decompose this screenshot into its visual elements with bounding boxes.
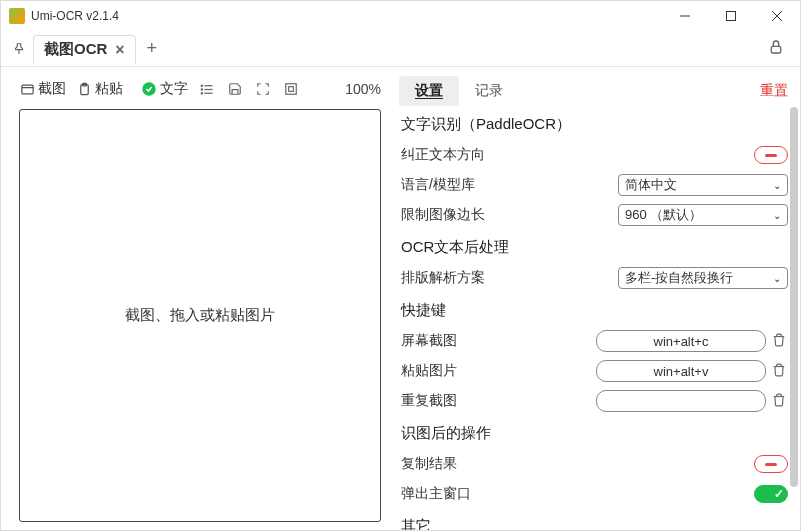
label-hk-repeat: 重复截图 (401, 392, 457, 410)
minimize-button[interactable] (662, 1, 708, 31)
svg-point-13 (201, 88, 202, 89)
screenshot-label: 截图 (38, 80, 66, 98)
svg-rect-15 (286, 84, 297, 95)
image-dropzone[interactable]: 截图、拖入或粘贴图片 (19, 109, 381, 522)
select-limit-value: 960 （默认） (625, 206, 702, 224)
select-layout[interactable]: 多栏-按自然段换行⌄ (618, 267, 788, 289)
dropzone-text: 截图、拖入或粘贴图片 (125, 306, 275, 325)
title-bar: Umi-OCR v2.1.4 (1, 1, 800, 31)
tab-records[interactable]: 记录 (459, 76, 519, 106)
zoom-level[interactable]: 100% (345, 81, 381, 97)
section-other: 其它 (399, 509, 788, 531)
lock-icon[interactable] (768, 39, 792, 58)
hotkey-paste[interactable]: win+alt+v (596, 360, 766, 382)
svg-point-12 (201, 85, 202, 86)
window-title: Umi-OCR v2.1.4 (31, 9, 119, 23)
select-limit[interactable]: 960 （默认）⌄ (618, 204, 788, 226)
label-orientation: 纠正文本方向 (401, 146, 485, 164)
left-panel: 截图 粘贴 文字 100% 截图、拖入或粘贴图片 (1, 67, 391, 531)
right-panel: 设置 记录 重置 文字识别（PaddleOCR） 纠正文本方向 语言/模型库 简… (391, 67, 800, 531)
label-hk-screen: 屏幕截图 (401, 332, 457, 350)
screenshot-button[interactable]: 截图 (19, 80, 66, 98)
label-popup: 弹出主窗口 (401, 485, 471, 503)
tab-bar: 截图OCR × + (1, 31, 800, 67)
paste-icon (76, 81, 92, 97)
svg-rect-5 (21, 85, 32, 94)
label-layout: 排版解析方案 (401, 269, 485, 287)
svg-rect-4 (771, 46, 780, 53)
left-toolbar: 截图 粘贴 文字 100% (19, 75, 381, 103)
add-tab-button[interactable]: + (140, 37, 164, 61)
settings-tabs: 设置 记录 重置 (399, 75, 788, 107)
check-icon (141, 81, 157, 97)
toggle-orientation[interactable] (754, 146, 788, 164)
toggle-copy[interactable] (754, 455, 788, 473)
paste-label: 粘贴 (95, 80, 123, 98)
paste-button[interactable]: 粘贴 (76, 80, 123, 98)
chevron-down-icon: ⌄ (773, 210, 781, 221)
section-post: OCR文本后处理 (399, 230, 788, 263)
hotkey-screenshot[interactable]: win+alt+c (596, 330, 766, 352)
svg-point-14 (201, 92, 202, 93)
tab-settings[interactable]: 设置 (399, 76, 459, 106)
trash-icon[interactable] (772, 333, 788, 349)
chevron-down-icon: ⌄ (773, 273, 781, 284)
select-language[interactable]: 简体中文⌄ (618, 174, 788, 196)
label-hk-paste: 粘贴图片 (401, 362, 457, 380)
maximize-button[interactable] (708, 1, 754, 31)
tab-screenshot-ocr[interactable]: 截图OCR × (33, 35, 136, 65)
svg-rect-1 (727, 12, 736, 21)
trash-icon[interactable] (772, 363, 788, 379)
screenshot-icon (19, 81, 35, 97)
trash-icon[interactable] (772, 393, 788, 409)
pin-icon[interactable] (9, 39, 29, 59)
select-language-value: 简体中文 (625, 176, 677, 194)
toggle-popup[interactable]: ✓ (754, 485, 788, 503)
section-ocr: 文字识别（PaddleOCR） (399, 107, 788, 140)
label-limit: 限制图像边长 (401, 206, 485, 224)
save-icon[interactable] (226, 80, 244, 98)
svg-rect-16 (289, 87, 294, 92)
section-hotkey: 快捷键 (399, 293, 788, 326)
scrollbar-thumb[interactable] (790, 107, 798, 487)
scrollbar[interactable] (790, 107, 798, 531)
app-icon (9, 8, 25, 24)
chevron-down-icon: ⌄ (773, 180, 781, 191)
tab-label: 截图OCR (44, 40, 107, 59)
list-icon[interactable] (198, 80, 216, 98)
select-layout-value: 多栏-按自然段换行 (625, 269, 733, 287)
text-button[interactable]: 文字 (141, 80, 188, 98)
label-copy: 复制结果 (401, 455, 457, 473)
text-label: 文字 (160, 80, 188, 98)
fullscreen-icon[interactable] (254, 80, 272, 98)
fit-icon[interactable] (282, 80, 300, 98)
hotkey-repeat[interactable] (596, 390, 766, 412)
reset-button[interactable]: 重置 (760, 82, 788, 100)
label-language: 语言/模型库 (401, 176, 475, 194)
tab-close-icon[interactable]: × (115, 41, 124, 59)
section-after: 识图后的操作 (399, 416, 788, 449)
close-button[interactable] (754, 1, 800, 31)
